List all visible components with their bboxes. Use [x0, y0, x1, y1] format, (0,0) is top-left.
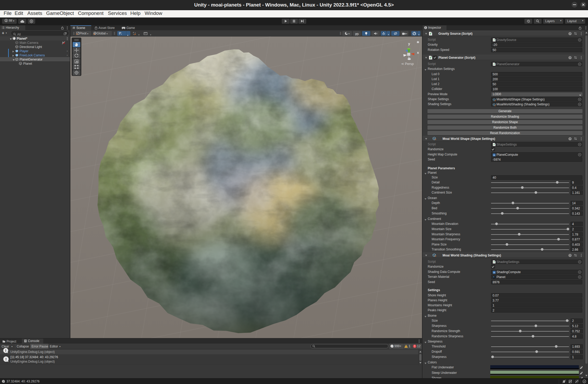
svg-text:?: ?: [569, 56, 571, 59]
svg-text:#: #: [430, 56, 431, 59]
svg-text:cs: cs: [493, 272, 495, 273]
svg-text:!: !: [5, 357, 7, 361]
svg-text:?: ?: [569, 254, 571, 257]
svg-text:!: !: [5, 349, 7, 353]
svg-text:{}: {}: [495, 105, 496, 106]
svg-text:{}: {}: [435, 138, 436, 140]
svg-text:?: ?: [569, 32, 571, 35]
svg-text:!: !: [3, 380, 4, 383]
svg-text:x: x: [417, 51, 419, 55]
svg-text:#: #: [430, 32, 431, 35]
svg-text:!: !: [392, 345, 393, 347]
svg-text:?: ?: [569, 137, 571, 140]
svg-text:Y: Y: [121, 33, 122, 35]
svg-text:#: #: [494, 261, 495, 263]
svg-text:#: #: [494, 143, 495, 146]
svg-text:y: y: [408, 42, 410, 46]
svg-text:#: #: [494, 39, 495, 41]
svg-text:{}: {}: [495, 100, 496, 101]
svg-text:cs: cs: [493, 154, 495, 156]
svg-text:{}: {}: [435, 255, 436, 257]
svg-text:#: #: [494, 63, 495, 65]
